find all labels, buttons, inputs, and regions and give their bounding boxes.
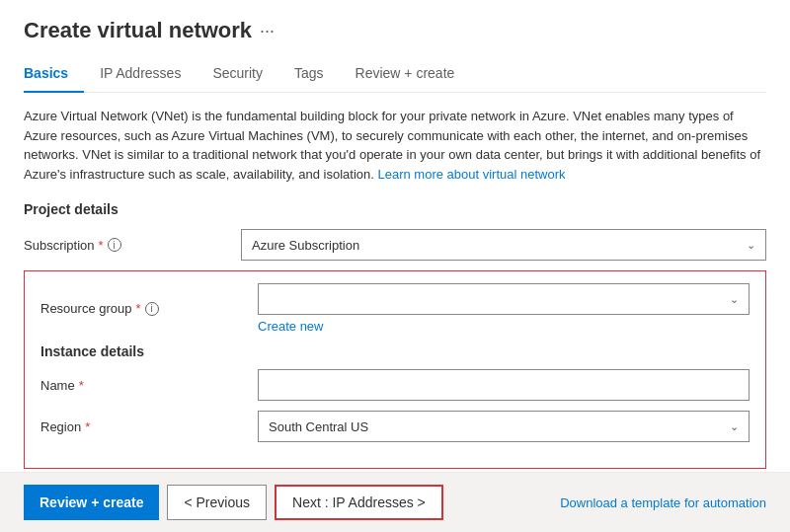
review-create-button[interactable]: Review + create <box>24 485 159 520</box>
resource-group-row: Resource group * i ⌄ Create new <box>40 283 750 334</box>
region-required: * <box>85 419 90 434</box>
create-new-link[interactable]: Create new <box>258 319 323 334</box>
name-input[interactable] <box>258 369 750 401</box>
tab-security[interactable]: Security <box>197 57 278 93</box>
resource-group-label: Resource group * i <box>40 301 258 316</box>
subscription-info-icon[interactable]: i <box>108 238 121 252</box>
region-dropdown[interactable]: South Central US ⌄ <box>258 411 750 442</box>
tab-ip-addresses[interactable]: IP Addresses <box>84 57 197 93</box>
subscription-dropdown-value: Azure Subscription <box>252 238 359 253</box>
name-row: Name * <box>40 369 750 401</box>
name-label: Name * <box>40 378 258 393</box>
ellipsis-icon[interactable]: ··· <box>260 21 275 41</box>
required-fields-section: Resource group * i ⌄ Create new Instance… <box>24 270 766 469</box>
name-required: * <box>79 378 84 393</box>
region-chevron-icon: ⌄ <box>730 420 739 433</box>
resource-group-info-icon[interactable]: i <box>145 302 159 316</box>
main-content: Azure Virtual Network (VNet) is the fund… <box>0 93 790 472</box>
previous-button[interactable]: < Previous <box>167 485 267 520</box>
region-row: Region * South Central US ⌄ <box>40 411 750 442</box>
instance-details-section: Instance details Name * Region * <box>40 343 750 442</box>
resource-group-chevron-icon: ⌄ <box>730 293 739 306</box>
download-template-link[interactable]: Download a template for automation <box>560 495 766 510</box>
subscription-row: Subscription * i Azure Subscription ⌄ <box>24 229 766 261</box>
page-title: Create virtual network <box>24 18 252 43</box>
learn-more-link[interactable]: Learn more about virtual network <box>377 167 565 182</box>
subscription-chevron-icon: ⌄ <box>747 239 755 252</box>
subscription-label: Subscription * i <box>24 238 241 253</box>
resource-group-required: * <box>136 301 141 316</box>
tab-bar: Basics IP Addresses Security Tags Review… <box>24 57 766 93</box>
region-label: Region * <box>40 419 258 434</box>
resource-group-dropdown[interactable]: ⌄ <box>258 283 750 315</box>
tab-basics[interactable]: Basics <box>24 57 84 93</box>
subscription-required: * <box>99 238 104 253</box>
project-details-section-title: Project details <box>24 201 766 217</box>
region-dropdown-value: South Central US <box>269 419 368 434</box>
tab-tags[interactable]: Tags <box>278 57 340 93</box>
footer: Review + create < Previous Next : IP Add… <box>0 472 790 532</box>
description-text: Azure Virtual Network (VNet) is the fund… <box>24 107 764 184</box>
tab-review-create[interactable]: Review + create <box>340 57 471 93</box>
instance-details-section-title: Instance details <box>40 343 750 359</box>
next-button[interactable]: Next : IP Addresses > <box>275 485 443 520</box>
subscription-dropdown[interactable]: Azure Subscription ⌄ <box>241 229 766 261</box>
